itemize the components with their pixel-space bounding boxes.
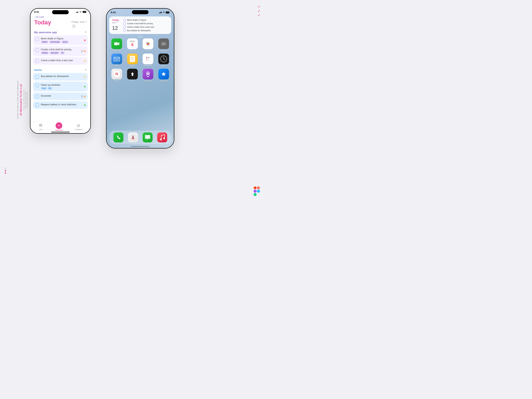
widget-checkbox [123, 19, 126, 21]
app-facetime-label: FaceTime [113, 50, 121, 52]
svg-point-11 [73, 26, 75, 27]
back-chevron: ‹ [34, 16, 35, 18]
app-tv[interactable]: TV [125, 69, 140, 82]
task-checkbox[interactable] [35, 84, 39, 87]
add-task-button[interactable]: + [56, 122, 62, 129]
messages-icon[interactable] [143, 133, 152, 142]
section1-add[interactable]: + [85, 30, 87, 34]
facetime-icon[interactable] [111, 38, 122, 49]
app-reminders[interactable]: Reminders [141, 54, 155, 67]
section2-add[interactable]: + [85, 68, 87, 72]
task-checkbox[interactable] [35, 37, 39, 41]
notes-icon[interactable] [127, 54, 138, 64]
svg-rect-16 [159, 13, 160, 13]
mail-icon[interactable] [111, 54, 122, 64]
svg-point-60 [160, 139, 162, 140]
task-item[interactable]: Buy tablets for dishwasher [33, 73, 88, 81]
phone-icon[interactable] [114, 133, 123, 142]
task-item[interactable]: Groceries ☰ [33, 93, 88, 100]
svg-rect-19 [161, 12, 162, 13]
dock-music[interactable] [157, 133, 167, 142]
podcasts-icon[interactable] [143, 69, 153, 79]
task-content: Clean up windows frog 3h [41, 83, 86, 90]
dot-3 [5, 172, 6, 174]
app-notes[interactable]: Notes [125, 54, 140, 67]
wifi-icon-2 [162, 12, 165, 13]
camera-icon[interactable] [158, 38, 169, 49]
tab-lists-label: Lists [39, 129, 43, 130]
tab-add[interactable]: + Add Task [55, 122, 63, 131]
task-checkbox[interactable] [35, 75, 39, 79]
gear-area[interactable] [72, 24, 87, 28]
clock-icon[interactable] [158, 54, 169, 64]
app-mail[interactable]: Mail [109, 54, 124, 67]
tag: quick [62, 41, 69, 43]
appstore-icon[interactable] [158, 69, 169, 79]
svg-point-47 [163, 59, 164, 59]
tag: personal [50, 51, 59, 54]
app-podcasts-label: Podcasts [144, 80, 152, 82]
reminders-icon[interactable] [143, 54, 153, 64]
news-icon[interactable]: N [111, 69, 122, 79]
task-checkbox[interactable] [35, 48, 39, 52]
widget-task-row: Buy tablets for dishwasher [123, 29, 168, 32]
back-label[interactable]: All Lists [36, 16, 44, 18]
safari-icon[interactable] [128, 133, 138, 142]
status-icons-2 [159, 12, 170, 13]
app-camera[interactable]: Camera [157, 38, 171, 52]
dot-2 [5, 170, 6, 171]
app-photos-label: Photos [145, 50, 151, 52]
app-news[interactable]: N News [109, 69, 124, 82]
header-row: Today Friday, June 7 [34, 19, 87, 28]
svg-rect-21 [166, 12, 169, 13]
task-item[interactable]: Move drafts in Figma admin low-energy qu… [33, 35, 88, 45]
tv-icon[interactable] [127, 69, 138, 79]
task-content: Check a letter from a test user [41, 59, 86, 62]
photos-icon[interactable] [143, 38, 153, 49]
svg-rect-54 [147, 76, 149, 77]
calendar-icon[interactable]: MON 6 [127, 38, 138, 49]
task-name: Clean up windows [41, 83, 86, 86]
arrows-decoration: ↙ ↙ ↙ [258, 4, 260, 17]
tag: admin [41, 41, 48, 43]
task-item[interactable]: Create a first draft for pricing design … [33, 46, 88, 56]
arrow-3: ↙ [258, 13, 260, 17]
svg-point-4 [257, 190, 260, 193]
task-item[interactable]: Check a letter from a test user [33, 57, 88, 65]
dock-messages[interactable] [143, 133, 152, 142]
task-item[interactable]: Clean up windows frog 3h [33, 82, 88, 91]
section1-header: My awesome app + [31, 28, 90, 35]
task-dot [84, 96, 86, 97]
back-nav[interactable]: ‹ All Lists [34, 16, 87, 18]
section1-title: My awesome app [34, 31, 57, 34]
music-icon[interactable] [157, 133, 167, 142]
app-podcasts[interactable]: Podcasts [141, 69, 155, 82]
svg-text:N: N [115, 72, 118, 76]
app-appstore[interactable]: App Store [157, 69, 171, 82]
widget-tasks: Move drafts in Figma Create a first draf… [123, 19, 168, 32]
date-label: Friday, June 7 [72, 20, 87, 23]
task-checkbox[interactable] [35, 103, 39, 107]
svg-rect-12 [39, 124, 42, 125]
gear-icon[interactable] [72, 24, 76, 28]
tab-completed[interactable]: Completed [75, 123, 82, 130]
app-grid: FaceTime MON 6 Calendar [107, 38, 174, 82]
svg-rect-2 [254, 190, 257, 193]
task-checkbox[interactable] [35, 95, 39, 98]
svg-rect-0 [254, 186, 257, 189]
task-checkbox[interactable] [35, 59, 39, 63]
dock-safari[interactable] [128, 133, 138, 142]
wifi-icon [79, 11, 82, 13]
dock-phone[interactable] [114, 133, 123, 142]
app-photos[interactable]: Photos [141, 38, 155, 52]
app-calendar[interactable]: MON 6 Calendar [125, 38, 140, 52]
tab-lists[interactable]: Lists [38, 123, 43, 130]
app-clock[interactable]: Clock [157, 54, 171, 67]
tag: design [41, 51, 49, 54]
svg-rect-10 [83, 11, 86, 13]
section2-title: Home [34, 68, 42, 71]
app-clock-label: Clock [161, 65, 166, 67]
task-item[interactable]: Replace battery in clock (kitchen) [33, 101, 88, 109]
figma-icon [253, 186, 260, 194]
app-facetime[interactable]: FaceTime [109, 38, 124, 52]
